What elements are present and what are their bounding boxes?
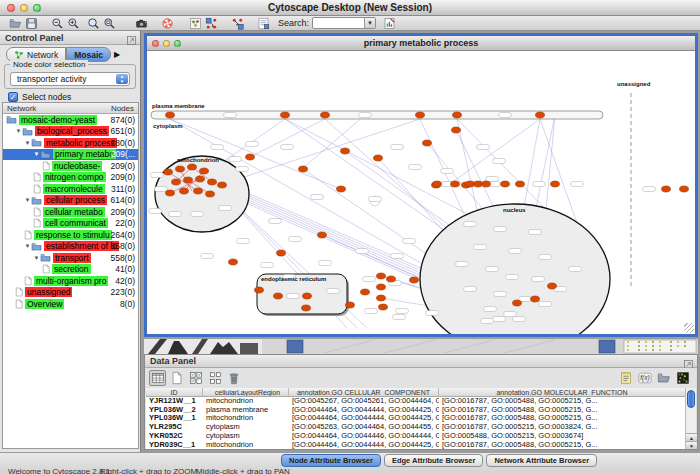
network-node[interactable] (287, 294, 300, 299)
network-node[interactable] (206, 191, 215, 197)
zoom-out-icon[interactable] (50, 16, 64, 30)
network-node[interactable] (451, 181, 460, 187)
network-node[interactable] (569, 267, 582, 272)
network-node[interactable] (277, 250, 286, 256)
network-node[interactable] (474, 245, 487, 250)
network-window-titlebar[interactable]: primary metabolic process (147, 36, 695, 51)
delete-attribute-icon[interactable] (225, 370, 242, 386)
dropdown-stepper-icon[interactable]: ▲▼ (116, 74, 128, 84)
function-icon[interactable]: f(x) (636, 370, 653, 386)
network-node[interactable] (166, 112, 175, 118)
zoom-selected-icon[interactable] (86, 16, 100, 30)
network-node[interactable] (337, 186, 346, 192)
attribute-table[interactable]: ID_cellularLayoutRegionannotation.GO CEL… (146, 388, 686, 449)
network-node[interactable] (531, 296, 540, 302)
network-node[interactable] (453, 112, 462, 118)
scroll-down-icon[interactable]: ▼ (686, 441, 697, 449)
network-tree-item[interactable]: ▼primary metabo209(... (3, 149, 138, 161)
network-node[interactable] (151, 173, 164, 178)
tab-scroll-right-icon[interactable]: ▶ (114, 47, 120, 62)
annotation-form-icon[interactable] (256, 16, 270, 30)
table-row[interactable]: YPL036W__2plasma membrane[GO:0044464, GO… (146, 406, 686, 415)
network-node[interactable] (504, 312, 517, 317)
network-node[interactable] (218, 182, 227, 188)
network-node[interactable] (302, 305, 311, 311)
network-node[interactable] (680, 186, 689, 192)
matrix-icon[interactable] (674, 370, 691, 386)
expand-arrow-icon[interactable]: ▼ (33, 151, 40, 157)
network-node[interactable] (529, 230, 542, 235)
table-row[interactable]: YPL036W__1mitochondrion[GO:0044464, GO:0… (146, 414, 686, 423)
tab-edge-attribute-browser[interactable]: Edge Attribute Browser (384, 454, 483, 467)
vizmap-icon[interactable] (188, 16, 202, 30)
network-node[interactable] (643, 187, 656, 192)
network-node[interactable] (466, 181, 475, 187)
network-tree-item[interactable]: multi-organism pro42(0) (3, 275, 138, 287)
network-node[interactable] (184, 177, 193, 183)
network-node[interactable] (548, 283, 557, 289)
network-node[interactable] (493, 317, 506, 322)
network-node[interactable] (484, 307, 497, 312)
network-node[interactable] (391, 145, 404, 150)
help-icon[interactable] (160, 16, 174, 30)
network-tree-item[interactable]: cell communicat22(0) (3, 218, 138, 230)
network-node[interactable] (229, 259, 238, 265)
network-node[interactable] (319, 261, 332, 266)
network-node[interactable] (493, 159, 506, 164)
network-node[interactable] (246, 142, 259, 147)
network-node[interactable] (426, 311, 439, 316)
network-node[interactable] (477, 145, 490, 150)
network-node[interactable] (318, 232, 327, 238)
network-tree-item[interactable]: secretion41(0) (3, 264, 138, 276)
table-icon[interactable] (149, 370, 166, 386)
network-tree-item[interactable]: mosaic-demo-yeast874(0) (3, 114, 138, 126)
network-node[interactable] (311, 195, 324, 200)
network-tree-item[interactable]: ▼establishment of lo558(0) (3, 241, 138, 253)
network-tree-item[interactable]: ▼metabolic process280(0) (3, 137, 138, 149)
network-node[interactable] (499, 113, 512, 118)
network-tree-item[interactable]: cellular metabo209(0) (3, 206, 138, 218)
network-tree-item[interactable]: ▼transport558(0) (3, 252, 138, 264)
network-node[interactable] (236, 167, 249, 172)
tab-node-attribute-browser[interactable]: Node Attribute Browser (281, 454, 381, 467)
column-header[interactable]: annotation.GO MOLECULAR_FUNCTION (439, 388, 686, 396)
network-node[interactable] (464, 287, 477, 292)
zoom-in-icon[interactable] (66, 16, 80, 30)
table-row[interactable]: YKR052Ccytoplasm[GO:0044464, GO:0044446,… (146, 432, 686, 441)
network-node[interactable] (662, 186, 671, 192)
unselect-attributes-icon[interactable] (206, 370, 223, 386)
network-node[interactable] (494, 292, 507, 297)
node-color-dropdown[interactable]: transporter activity ▲▼ (10, 72, 130, 86)
network-node[interactable] (464, 222, 477, 227)
network-node[interactable] (533, 182, 546, 187)
network-node[interactable] (149, 209, 162, 214)
network-node[interactable] (410, 277, 419, 283)
network-node[interactable] (539, 255, 552, 260)
chevron-down-icon[interactable]: ▼ (364, 18, 375, 28)
table-row[interactable]: YDR039C__1mitochondrion[GO:0044464, GO:0… (146, 441, 686, 450)
network-node[interactable] (403, 239, 416, 244)
table-header-row[interactable]: ID_cellularLayoutRegionannotation.GO CEL… (146, 388, 686, 397)
network-node[interactable] (191, 212, 204, 217)
network-node[interactable] (303, 293, 312, 299)
network-node[interactable] (481, 319, 494, 324)
view-report-icon[interactable] (382, 16, 396, 30)
network-node[interactable] (416, 112, 425, 118)
network-canvas[interactable]: plasma membranecytoplasmmitochondrionnuc… (147, 51, 695, 334)
network-node[interactable] (474, 181, 483, 187)
network-node[interactable] (346, 302, 355, 308)
network-node[interactable] (176, 166, 185, 172)
network-tree-item[interactable]: ▼cellular process614(0) (3, 195, 138, 207)
network-node[interactable] (452, 127, 461, 133)
network-node[interactable] (513, 300, 522, 306)
network-node[interactable] (155, 187, 168, 192)
network-tree-item[interactable]: response to stimulu264(0) (3, 229, 138, 241)
network-node[interactable] (261, 263, 274, 268)
network-node[interactable] (196, 176, 205, 182)
background-window-fragment[interactable] (144, 339, 698, 354)
network-node[interactable] (166, 190, 175, 196)
import-table-icon[interactable] (655, 370, 672, 386)
network-node[interactable] (169, 212, 182, 217)
layout-edges-icon[interactable] (230, 16, 244, 30)
network-node[interactable] (509, 249, 522, 254)
